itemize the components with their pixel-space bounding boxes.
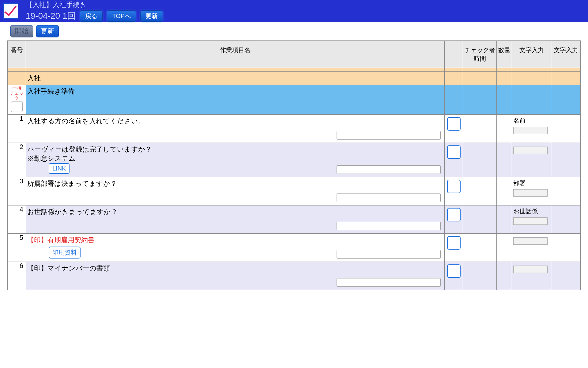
col-header-number: 番号: [8, 41, 26, 68]
task-name-cell: ハーヴィーは登録は完了していますか？※勤怠システムLINK: [26, 143, 445, 177]
text-input-1-cell: お世話係: [512, 205, 551, 234]
checker-time-cell: [463, 234, 497, 262]
text-input-2-cell: [551, 177, 581, 205]
app-logo-icon: [3, 3, 18, 19]
row-number: 6: [8, 262, 26, 290]
task-name-cell: 【印】マイナンバーの書類: [26, 262, 445, 290]
text1-label: お世話係: [513, 207, 550, 216]
batch-check-label: 一括 チェック: [8, 86, 25, 101]
page-subtitle: 19-04-20 1回: [26, 10, 76, 22]
check-box[interactable]: [447, 236, 461, 250]
task-text: お世話係がきまってますか？: [27, 207, 443, 217]
table-row: 2ハーヴィーは登録は完了していますか？※勤怠システムLINK: [8, 143, 581, 177]
text-input-2-cell: [551, 143, 581, 177]
update-button[interactable]: 更新: [140, 10, 163, 22]
table-row: 3所属部署は決まってますか？部署: [8, 177, 581, 205]
task-text: 所属部署は決まってますか？: [27, 179, 443, 189]
text1-label: 名前: [513, 117, 550, 125]
section-header-blue: 入社手続き準備: [26, 85, 445, 115]
col-header-qty: 数量: [497, 41, 512, 68]
check-box[interactable]: [447, 180, 461, 193]
task-note: ※勤怠システム: [27, 154, 443, 163]
task-text: ハーヴィーは登録は完了していますか？: [27, 145, 443, 154]
task-value-input[interactable]: [337, 131, 441, 140]
text-input-1-cell: 名前: [512, 114, 551, 143]
toolbar: 開始 更新: [0, 22, 588, 40]
back-button[interactable]: 戻る: [80, 10, 103, 22]
row-number: 3: [8, 177, 26, 205]
checker-time-cell: [463, 205, 497, 234]
text1-input[interactable]: [513, 189, 548, 197]
qty-cell: [497, 262, 512, 290]
task-name-cell: 【印】有期雇用契約書印刷資料: [26, 234, 445, 262]
check-box[interactable]: [447, 117, 461, 131]
header-bar: 【入社】入社手続き 19-04-20 1回 戻る TOPへ 更新: [0, 0, 588, 22]
qty-cell: [497, 234, 512, 262]
qty-cell: [497, 177, 512, 205]
text1-input[interactable]: [513, 237, 548, 245]
task-name-cell: 入社する方の名前を入れてください。: [26, 114, 445, 143]
task-value-input[interactable]: [337, 165, 441, 174]
row-number: 5: [8, 234, 26, 262]
text-input-2-cell: [551, 205, 581, 234]
table-row: 5【印】有期雇用契約書印刷資料: [8, 234, 581, 262]
check-box[interactable]: [447, 145, 461, 159]
qty-cell: [497, 114, 512, 143]
qty-cell: [497, 143, 512, 177]
col-header-check: [445, 41, 463, 68]
qty-cell: [497, 205, 512, 234]
text-input-2-cell: [551, 114, 581, 143]
row-number: 1: [8, 114, 26, 143]
task-value-input[interactable]: [337, 222, 441, 230]
check-box[interactable]: [447, 264, 461, 278]
task-value-input[interactable]: [337, 194, 441, 202]
table-row: 6【印】マイナンバーの書類: [8, 262, 581, 290]
text-input-1-cell: [512, 143, 551, 177]
text1-input[interactable]: [513, 147, 548, 154]
page-title: 【入社】入社手続き: [26, 0, 163, 10]
checker-time-cell: [463, 114, 497, 143]
checker-time-cell: [463, 262, 497, 290]
section-header-orange: 入社: [26, 72, 445, 85]
task-value-input[interactable]: [337, 278, 441, 287]
text1-input[interactable]: [513, 217, 548, 225]
task-text: 入社する方の名前を入れてください。: [27, 117, 443, 126]
task-text: 【印】マイナンバーの書類: [27, 264, 443, 273]
text-input-1-cell: [512, 234, 551, 262]
start-button: 開始: [10, 25, 33, 37]
link-button[interactable]: LINK: [49, 163, 70, 174]
table-row: 1入社する方の名前を入れてください。名前: [8, 114, 581, 143]
row-number: 4: [8, 205, 26, 234]
text1-label: 部署: [513, 179, 550, 187]
link-button[interactable]: 印刷資料: [49, 247, 81, 259]
text-input-1-cell: 部署: [512, 177, 551, 205]
checker-time-cell: [463, 143, 497, 177]
top-button[interactable]: TOPへ: [107, 10, 136, 22]
col-header-text2: 文字入力: [551, 41, 581, 68]
text-input-1-cell: [512, 262, 551, 290]
refresh-button[interactable]: 更新: [36, 25, 59, 37]
table-row: 4お世話係がきまってますか？お世話係: [8, 205, 581, 234]
row-number: 2: [8, 143, 26, 177]
col-header-text1: 文字入力: [512, 41, 551, 68]
text1-input[interactable]: [513, 127, 548, 134]
check-box[interactable]: [447, 208, 461, 221]
checker-time-cell: [463, 177, 497, 205]
task-name-cell: 所属部署は決まってますか？: [26, 177, 445, 205]
batch-check-box[interactable]: [11, 102, 23, 112]
col-header-name: 作業項目名: [26, 41, 445, 68]
task-value-input[interactable]: [337, 250, 441, 259]
task-text: 【印】有期雇用契約書: [27, 236, 443, 245]
col-header-checker-time: チェック者 時間: [463, 41, 497, 68]
text1-input[interactable]: [513, 266, 548, 273]
text-input-2-cell: [551, 262, 581, 290]
text-input-2-cell: [551, 234, 581, 262]
task-name-cell: お世話係がきまってますか？: [26, 205, 445, 234]
task-table: 番号 作業項目名 チェック者 時間 数量 文字入力 文字入力 入社 一括 チェッ…: [7, 40, 581, 290]
